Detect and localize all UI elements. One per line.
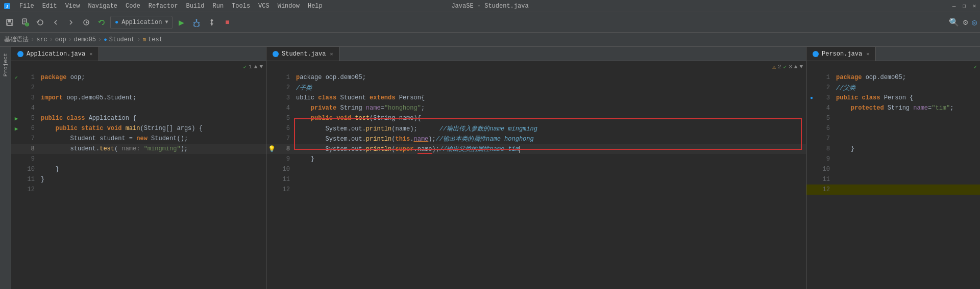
tab-application[interactable]: Application.java ✕ <box>11 47 99 61</box>
ln-5: 5 <box>21 115 40 122</box>
breadcrumb-student[interactable]: Student <box>109 36 135 43</box>
maximize-button[interactable]: ❐ <box>961 3 968 10</box>
nav-up-2[interactable]: ▲ <box>794 64 798 70</box>
nav-up-1[interactable]: ▲ <box>254 64 258 70</box>
run-config-label: Application <box>121 19 162 26</box>
code-lines-1: ✓ 1 package oop; 2 3 import oop.dem <box>11 72 266 289</box>
breadcrumb-test[interactable]: test <box>148 36 163 43</box>
build-button[interactable] <box>205 16 218 29</box>
s-lc-8: System.out.println(super.name);//输出父类的属性… <box>295 145 806 153</box>
nav-down-2[interactable]: ▼ <box>799 64 803 70</box>
project-label[interactable]: Project <box>2 49 10 81</box>
ln-3: 3 <box>21 94 40 101</box>
search-icon[interactable]: 🔍 <box>949 17 959 28</box>
tab-student[interactable]: Student.java ✕ <box>266 47 339 61</box>
menu-vcs[interactable]: VCS <box>254 2 274 11</box>
gutter-1: ✓ <box>11 74 21 81</box>
line-4: 4 <box>11 103 266 113</box>
p-lc-4: protected String name="tim"; <box>835 104 980 112</box>
s-line-12: 12 <box>266 185 806 195</box>
s-ln-7: 7 <box>277 135 295 142</box>
back-button[interactable] <box>49 16 62 29</box>
s-line-6: 6 System.out.println(name); //输出传入参数的nam… <box>266 123 806 134</box>
p-lc-2: //父类 <box>835 84 980 92</box>
breadcrumb-demo05[interactable]: demo05 <box>74 36 96 43</box>
code-lines-3: 1 package oop.demo05; 2 //父类 ● 3 public … <box>806 72 980 289</box>
tab-bar-1: Application.java ✕ <box>11 47 266 61</box>
ln-6: 6 <box>21 125 40 132</box>
lc-5: public class Application { <box>40 115 266 122</box>
run-config-dropdown-icon[interactable] <box>80 16 93 29</box>
p-ln-2: 2 <box>817 84 835 91</box>
ln-2: 2 <box>21 84 40 91</box>
tab-label-student: Student.java <box>282 50 326 58</box>
menu-window[interactable]: Window <box>274 2 304 11</box>
menu-edit[interactable]: Edit <box>38 2 61 11</box>
code-header-1: ✓ 1 ▲ ▼ <box>11 61 266 72</box>
line-1: ✓ 1 package oop; <box>11 72 266 83</box>
p-ln-3: 3 <box>817 94 835 101</box>
stop-button[interactable]: ■ <box>220 16 234 29</box>
lc-8: student.test( name: "mingming"); <box>40 145 266 152</box>
breadcrumb-root[interactable]: 基础语法 <box>4 35 29 44</box>
nav-down-1[interactable]: ▼ <box>259 64 263 70</box>
sync-button[interactable] <box>34 16 47 29</box>
run-config-arrow: ▼ <box>165 19 168 25</box>
s-lc-9: } <box>295 155 806 163</box>
check-icon-1: ✓ <box>243 64 247 70</box>
s-ln-9: 9 <box>277 155 295 163</box>
undo-button[interactable] <box>95 16 108 29</box>
line-6: ▶ 6 public static void main(String[] arg… <box>11 123 266 134</box>
breadcrumb-src[interactable]: src <box>36 36 47 43</box>
breadcrumb-oop[interactable]: oop <box>55 36 66 43</box>
app-icon: J <box>2 1 12 11</box>
minimize-button[interactable]: — <box>950 3 958 10</box>
p-ln-5: 5 <box>817 115 835 122</box>
tab-person[interactable]: Person.java ✕ <box>806 47 876 61</box>
s-ln-6: 6 <box>277 125 295 132</box>
new-file-button[interactable] <box>18 16 32 29</box>
p-ln-10: 10 <box>817 166 835 173</box>
line-8: 8 student.test( name: "mingming"); <box>11 144 266 154</box>
menu-navigate[interactable]: Navigate <box>84 2 121 11</box>
tab-close-1[interactable]: ✕ <box>89 51 92 57</box>
ln-7: 7 <box>21 135 40 142</box>
s-ln-5: 5 <box>277 115 295 122</box>
menu-build[interactable]: Build <box>182 2 208 11</box>
tab-close-2[interactable]: ✕ <box>330 51 333 57</box>
menu-view[interactable]: View <box>61 2 84 11</box>
tab-close-3[interactable]: ✕ <box>866 51 869 57</box>
menu-tools[interactable]: Tools <box>228 2 254 11</box>
code-area-1[interactable]: ✓ 1 ▲ ▼ ✓ 1 package oop; 2 <box>11 61 266 289</box>
s-lc-6: System.out.println(name); //输出传入参数的name … <box>295 124 806 133</box>
editor-panel-application: Application.java ✕ ✓ 1 ▲ ▼ ✓ 1 package o… <box>11 47 266 289</box>
p-line-6: 6 <box>806 123 980 134</box>
plugin-icon[interactable]: ◎ <box>972 17 977 28</box>
tab-bar-2: Student.java ✕ <box>266 47 806 61</box>
menu-code[interactable]: Code <box>121 2 144 11</box>
lc-7: Student student = new Student(); <box>40 135 266 142</box>
code-area-2[interactable]: ⚠ 2 ✓ 3 ▲ ▼ 1 package oop.demo05; <box>266 61 806 289</box>
tab-icon-2 <box>273 51 279 57</box>
menu-refactor[interactable]: Refactor <box>144 2 182 11</box>
run-configuration[interactable]: ● Application ▼ <box>110 16 173 29</box>
debug-button[interactable] <box>190 16 203 29</box>
s-lc-3: ublic class Student extends Person{ <box>295 94 806 101</box>
code-area-3[interactable]: ✓ 1 package oop.demo05; 2 //父类 <box>806 61 980 289</box>
project-sidebar[interactable]: Project <box>0 47 11 289</box>
line-3: 3 import oop.demo05.Student; <box>11 93 266 103</box>
menu-help[interactable]: Help <box>304 2 327 11</box>
settings-icon[interactable]: ⚙ <box>963 17 968 28</box>
s-ln-12: 12 <box>277 186 295 193</box>
p-line-2: 2 //父类 <box>806 83 980 93</box>
save-button[interactable] <box>3 16 16 29</box>
s-lc-1: package oop.demo05; <box>295 74 806 81</box>
p-line-9: 9 <box>806 154 980 164</box>
menu-run[interactable]: Run <box>208 2 228 11</box>
close-button[interactable]: ✕ <box>971 3 978 10</box>
forward-button[interactable] <box>64 16 78 29</box>
menu-file[interactable]: File <box>15 2 38 11</box>
p-line-8: 8 } <box>806 144 980 154</box>
run-button[interactable]: ▶ <box>175 16 188 29</box>
toolbar: ● Application ▼ ▶ ■ 🔍 ⚙ ◎ <box>0 12 980 33</box>
